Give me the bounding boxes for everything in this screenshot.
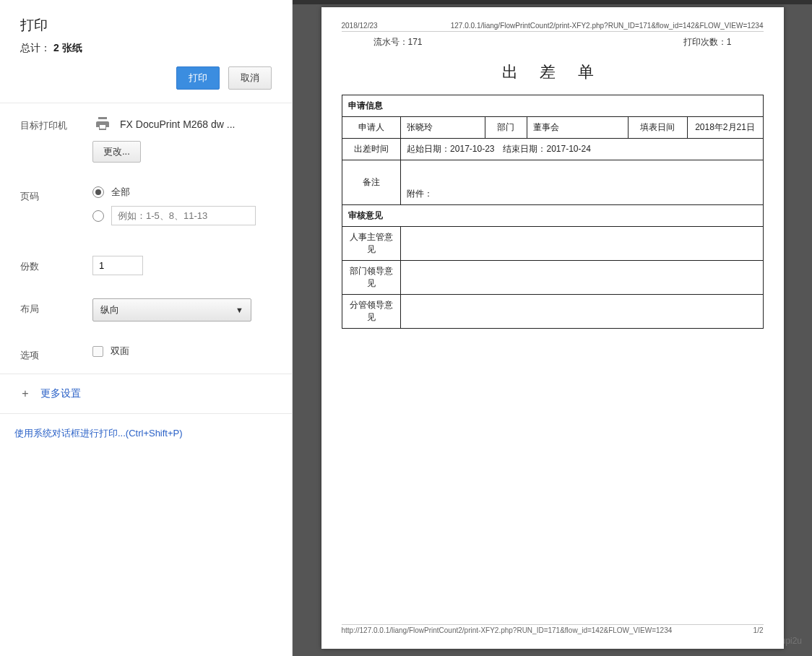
layout-value: 纵向 [100, 303, 119, 316]
section-review: 审核意见 [342, 205, 763, 227]
preview-top-bar [293, 0, 812, 4]
pages-range-option[interactable] [92, 206, 272, 225]
page-header-row: 2018/12/23 127.0.0.1/liang/FlowPrintCoun… [342, 22, 764, 32]
layout-row: 布局 纵向 ▼ [0, 287, 292, 333]
checkbox-icon [92, 346, 103, 357]
section-apply-label: 申请信息 [342, 95, 763, 117]
mgr-leader-row: 分管领导意见 [342, 295, 763, 329]
print-count-label: 打印次数： [683, 37, 727, 47]
chevron-down-icon: ▼ [236, 306, 243, 314]
applicant-value: 张晓玲 [401, 117, 485, 139]
duplex-option[interactable]: 双面 [92, 345, 272, 358]
copies-row: 份数 [0, 244, 292, 287]
total-value: 2 张纸 [53, 42, 82, 53]
pages-row: 页码 全部 [0, 174, 292, 244]
dept-label: 部门 [485, 117, 527, 139]
options-row: 选项 双面 [0, 333, 292, 374]
trip-time-row: 出差时间 起始日期：2017-10-23 结束日期：2017-10-24 [342, 139, 763, 160]
print-button[interactable]: 打印 [176, 66, 220, 90]
plus-icon: + [20, 387, 30, 400]
mgr-leader-label: 分管领导意见 [342, 295, 401, 329]
print-title: 打印 [20, 16, 272, 35]
serial-label: 流水号： [373, 37, 408, 47]
layout-select[interactable]: 纵向 ▼ [92, 298, 251, 321]
section-review-label: 审核意见 [342, 205, 763, 227]
page-header-date: 2018/12/23 [342, 22, 378, 30]
layout-label: 布局 [20, 298, 92, 316]
page-footer: http://127.0.0.1/liang/FlowPrintCount2/p… [342, 624, 764, 634]
dept-leader-label: 部门领导意见 [342, 261, 401, 295]
more-settings[interactable]: + 更多设置 [0, 374, 292, 414]
doc-table: 申请信息 申请人 张晓玲 部门 董事会 填表日间 2018年2月21日 出差时间… [342, 95, 764, 329]
trip-time-value: 起始日期：2017-10-23 结束日期：2017-10-24 [401, 139, 763, 160]
serial: 流水号：171 [373, 36, 423, 48]
fill-date-value: 2018年2月21日 [687, 117, 763, 139]
duplex-label: 双面 [111, 345, 129, 358]
remark-row: 备注 附件： [342, 160, 763, 205]
trip-time-label: 出差时间 [342, 139, 401, 160]
system-dialog-link[interactable]: 使用系统对话框进行打印...(Ctrl+Shift+P) [0, 414, 292, 453]
print-sidebar: 打印 总计： 2 张纸 打印 取消 目标打印机 FX DocuPrint M26… [0, 0, 293, 656]
hr-row: 人事主管意见 [342, 227, 763, 261]
preview-page: 2018/12/23 127.0.0.1/liang/FlowPrintCoun… [321, 7, 784, 649]
printer-label: 目标打印机 [20, 115, 92, 132]
hr-label: 人事主管意见 [342, 227, 401, 261]
total-label: 总计： [20, 42, 51, 53]
remark-label: 备注 [342, 160, 401, 205]
print-header: 打印 总计： 2 张纸 打印 取消 [0, 0, 292, 103]
page-header-url: 127.0.0.1/liang/FlowPrintCount2/print-XF… [451, 22, 764, 30]
settings-block: 目标打印机 FX DocuPrint M268 dw ... 更改... 页码 … [0, 103, 292, 374]
dept-leader-value [401, 261, 763, 295]
copies-label: 份数 [20, 256, 92, 273]
section-apply: 申请信息 [342, 95, 763, 117]
printer-row: 目标打印机 FX DocuPrint M268 dw ... 更改... [0, 103, 292, 174]
serial-value: 171 [408, 37, 423, 47]
radio-icon [92, 210, 104, 222]
radio-icon [92, 186, 104, 198]
action-buttons: 打印 取消 [20, 66, 272, 90]
printer-name: FX DocuPrint M268 dw ... [120, 118, 236, 130]
mgr-leader-value [401, 295, 763, 329]
applicant-row: 申请人 张晓玲 部门 董事会 填表日间 2018年2月21日 [342, 117, 763, 139]
dept-leader-row: 部门领导意见 [342, 261, 763, 295]
pages-all-option[interactable]: 全部 [92, 186, 272, 199]
print-count: 打印次数：1 [683, 36, 732, 48]
print-count-value: 1 [727, 37, 732, 47]
attachment-cell: 附件： [401, 160, 763, 205]
pages-all-label: 全部 [111, 186, 130, 199]
cancel-button[interactable]: 取消 [228, 66, 272, 90]
footer-page: 1/2 [753, 626, 764, 634]
pages-range-input[interactable] [111, 206, 256, 225]
printer-icon [92, 115, 113, 134]
applicant-label: 申请人 [342, 117, 401, 139]
doc-title: 出 差 单 [342, 61, 764, 83]
fill-date-label: 填表日间 [628, 117, 687, 139]
printer-line: FX DocuPrint M268 dw ... [92, 115, 272, 134]
attachment-label: 附件： [407, 189, 433, 199]
change-printer-button[interactable]: 更改... [92, 141, 141, 163]
hr-value [401, 227, 763, 261]
watermark: https://blog.csdn.net/upi2u [701, 636, 802, 646]
copies-input[interactable] [92, 256, 143, 275]
more-settings-label: 更多设置 [40, 387, 81, 400]
options-label: 选项 [20, 345, 92, 362]
print-total: 总计： 2 张纸 [20, 42, 272, 55]
page-meta: 流水号：171 打印次数：1 [342, 32, 764, 48]
dept-value: 董事会 [527, 117, 629, 139]
pages-label: 页码 [20, 186, 92, 203]
footer-url: http://127.0.0.1/liang/FlowPrintCount2/p… [342, 626, 673, 634]
preview-area: 2018/12/23 127.0.0.1/liang/FlowPrintCoun… [293, 0, 812, 656]
